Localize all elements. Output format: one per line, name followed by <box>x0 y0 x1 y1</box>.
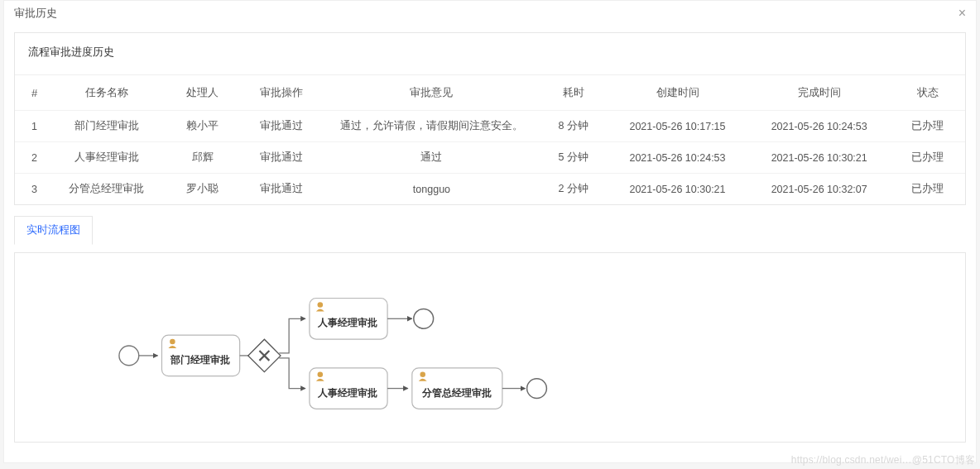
table-row: 2人事经理审批邱辉审批通过通过5 分钟2021-05-26 10:24:5320… <box>15 142 965 174</box>
col-idx: # <box>15 75 48 111</box>
cell-task: 部门经理审批 <box>48 111 165 142</box>
start-event-icon <box>119 346 139 366</box>
cell-task: 分管总经理审批 <box>48 174 165 205</box>
cell-comment: tongguo <box>324 174 540 205</box>
col-ctime: 创建时间 <box>607 75 748 111</box>
cell-duration: 8 分钟 <box>540 111 607 142</box>
cell-handler: 邱辉 <box>165 142 240 174</box>
node-hr-manager-bottom-label: 人事经理审批 <box>318 387 378 399</box>
cell-duration: 2 分钟 <box>540 174 607 205</box>
cell-status: 已办理 <box>890 174 965 205</box>
cell-ftime: 2021-05-26 10:24:53 <box>748 111 890 142</box>
gateway-icon <box>248 339 281 371</box>
cell-op: 审批通过 <box>240 111 324 142</box>
col-duration: 耗时 <box>540 75 607 111</box>
modal-title: 审批历史 <box>14 6 57 21</box>
cell-ftime: 2021-05-26 10:32:07 <box>748 174 890 205</box>
cell-handler: 赖小平 <box>165 111 240 142</box>
node-vice-president-label: 分管总经理审批 <box>421 387 492 399</box>
cell-idx: 1 <box>15 111 48 142</box>
end-event-icon <box>527 379 547 399</box>
node-hr-manager-top-label: 人事经理审批 <box>318 317 378 328</box>
approval-history-modal: 审批历史 × 流程审批进度历史 # 任务名称 处理人 审批操作 审批意见 耗时 … <box>3 0 977 463</box>
col-task: 任务名称 <box>48 75 165 111</box>
tab-realtime-diagram[interactable]: 实时流程图 <box>14 216 93 245</box>
table-header-row: # 任务名称 处理人 审批操作 审批意见 耗时 创建时间 完成时间 状态 <box>15 75 965 111</box>
cell-idx: 3 <box>15 174 48 205</box>
cell-ctime: 2021-05-26 10:17:15 <box>607 111 748 142</box>
cell-ctime: 2021-05-26 10:30:21 <box>607 174 748 205</box>
flow-arrow <box>279 358 305 389</box>
cell-ctime: 2021-05-26 10:24:53 <box>607 142 748 174</box>
end-event-icon <box>414 309 434 328</box>
cell-op: 审批通过 <box>240 142 324 174</box>
cell-comment: 通过 <box>324 142 540 174</box>
cell-task: 人事经理审批 <box>48 142 165 174</box>
history-panel: 流程审批进度历史 # 任务名称 处理人 审批操作 审批意见 耗时 创建时间 完成… <box>14 32 966 205</box>
tab-bar: 实时流程图 <box>14 215 966 244</box>
cell-idx: 2 <box>15 142 48 174</box>
modal-header: 审批历史 × <box>4 1 976 26</box>
cell-comment: 通过，允许请假，请假期间注意安全。 <box>324 111 540 142</box>
col-comment: 审批意见 <box>324 75 540 111</box>
cell-duration: 5 分钟 <box>540 142 607 174</box>
cell-op: 审批通过 <box>240 174 324 205</box>
node-dept-manager-label: 部门经理审批 <box>170 354 230 366</box>
flow-arrow <box>279 318 305 353</box>
col-op: 审批操作 <box>240 75 324 111</box>
cell-handler: 罗小聪 <box>165 174 240 205</box>
table-row: 1部门经理审批赖小平审批通过通过，允许请假，请假期间注意安全。8 分钟2021-… <box>15 111 965 142</box>
close-icon[interactable]: × <box>958 7 966 20</box>
cell-status: 已办理 <box>890 142 965 174</box>
watermark-text: https://blog.csdn.net/wei…@51CTO博客 <box>791 453 975 467</box>
process-diagram-svg: 部门经理审批 人事经理审批 人事经理审批 分管总经理审批 <box>15 253 965 442</box>
panel-title: 流程审批进度历史 <box>15 33 965 75</box>
col-ftime: 完成时间 <box>748 75 890 111</box>
cell-ftime: 2021-05-26 10:30:21 <box>748 142 890 174</box>
col-handler: 处理人 <box>165 75 240 111</box>
cell-status: 已办理 <box>890 111 965 142</box>
col-status: 状态 <box>890 75 965 111</box>
table-row: 3分管总经理审批罗小聪审批通过tongguo2 分钟2021-05-26 10:… <box>15 174 965 205</box>
history-table: # 任务名称 处理人 审批操作 审批意见 耗时 创建时间 完成时间 状态 1部门… <box>15 75 965 204</box>
process-diagram-panel: 部门经理审批 人事经理审批 人事经理审批 分管总经理审批 <box>14 252 966 443</box>
